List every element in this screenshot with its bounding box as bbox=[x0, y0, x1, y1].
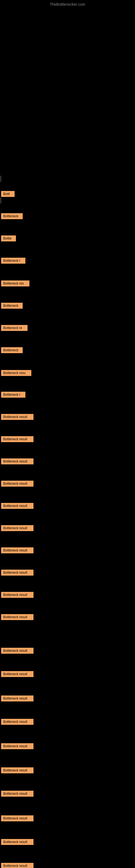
bottleneck-item-26[interactable]: Bottleneck result bbox=[1, 767, 34, 773]
bottleneck-item-5[interactable]: Bottleneck res bbox=[1, 280, 30, 286]
bottleneck-item-23[interactable]: Bottleneck result bbox=[1, 695, 34, 702]
bottleneck-item-16[interactable]: Bottleneck result bbox=[1, 525, 34, 531]
bottleneck-item-19[interactable]: Bottleneck result bbox=[1, 592, 34, 598]
bottleneck-item-6[interactable]: Bottleneck bbox=[1, 303, 23, 309]
bottleneck-item-18[interactable]: Bottleneck result bbox=[1, 569, 34, 576]
bottleneck-item-4[interactable]: Bottleneck r bbox=[1, 258, 26, 264]
bottleneck-item-11[interactable]: Bottleneck result bbox=[1, 414, 34, 420]
bottleneck-item-13[interactable]: Bottleneck result bbox=[1, 458, 34, 464]
main-content-area: Bottl Bottleneck Bottle Bottleneck r Bot… bbox=[0, 8, 135, 868]
bottleneck-item-8[interactable]: Bottleneck bbox=[1, 347, 23, 353]
bottleneck-item-21[interactable]: Bottleneck result bbox=[1, 648, 34, 654]
bottleneck-item-1[interactable]: Bottl bbox=[1, 191, 14, 197]
bottleneck-item-3[interactable]: Bottle bbox=[1, 236, 16, 241]
bottleneck-item-17[interactable]: Bottleneck result bbox=[1, 547, 34, 553]
cursor-line-2 bbox=[1, 197, 1, 204]
bottleneck-item-2[interactable]: Bottleneck bbox=[1, 213, 23, 219]
bottleneck-item-7[interactable]: Bottleneck re bbox=[1, 325, 28, 331]
bottleneck-item-30[interactable]: Bottleneck result bbox=[1, 863, 34, 868]
bottleneck-item-15[interactable]: Bottleneck result bbox=[1, 503, 34, 509]
bottleneck-item-12[interactable]: Bottleneck result bbox=[1, 436, 34, 442]
bottleneck-item-28[interactable]: Bottleneck result bbox=[1, 815, 34, 822]
bottleneck-item-22[interactable]: Bottleneck result bbox=[1, 671, 34, 677]
bottleneck-item-25[interactable]: Bottleneck result bbox=[1, 743, 34, 749]
site-title: TheBottlenecker.com bbox=[0, 0, 135, 8]
bottleneck-item-24[interactable]: Bottleneck result bbox=[1, 719, 34, 725]
bottleneck-item-20[interactable]: Bottleneck result bbox=[1, 614, 34, 620]
bottleneck-item-10[interactable]: Bottleneck r bbox=[1, 392, 26, 398]
cursor-line-1 bbox=[1, 176, 1, 182]
bottleneck-item-14[interactable]: Bottleneck result bbox=[1, 480, 34, 487]
bottleneck-item-29[interactable]: Bottleneck result bbox=[1, 839, 34, 845]
bottleneck-item-9[interactable]: Bottleneck resu bbox=[1, 370, 31, 376]
bottleneck-item-27[interactable]: Bottleneck result bbox=[1, 791, 34, 797]
